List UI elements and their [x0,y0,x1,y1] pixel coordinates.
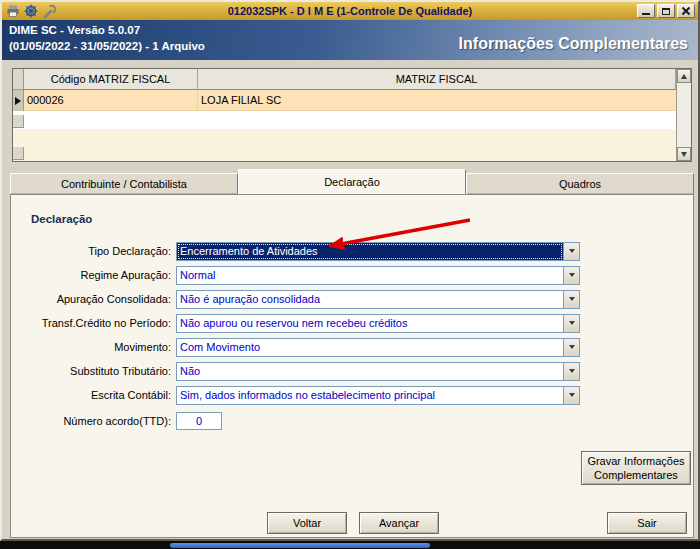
chevron-down-icon[interactable] [563,315,579,332]
select-value: Normal [177,267,563,284]
field-label: Transf.Crédito no Período: [23,317,171,329]
movimento-select[interactable]: Com Movimento [176,338,580,357]
ship-wheel-icon [24,4,38,18]
row-indicator-empty [13,115,24,128]
row-indicator-empty [13,147,24,160]
minimize-button[interactable] [637,4,655,18]
field-row-substituto-tributario: Substituto Tributário: Não [23,361,580,381]
window-title: 012032SPK - D I M E (1-Controle De Quali… [2,5,698,17]
grid-scrollbar[interactable] [676,69,691,161]
minimize-icon [642,13,650,15]
chevron-down-icon[interactable] [563,243,579,260]
cell-matriz: LOJA FILIAL SC [198,90,676,111]
printer-icon [6,4,20,18]
field-label: Substituto Tributário: [23,365,171,377]
tab-contribuinte-contabilista[interactable]: Contribuinte / Contabilista [10,173,238,194]
gravar-informacoes-button[interactable]: Gravar Informações Complementares [581,451,691,485]
chevron-down-icon[interactable] [563,339,579,356]
tab-bar: Contribuinte / Contabilista Declaração Q… [10,169,694,194]
field-label: Regime Apuração: [23,269,171,281]
close-icon [681,6,691,16]
chevron-down-icon[interactable] [563,267,579,284]
select-value: Sim, dados informados no estabelecimento… [177,387,563,404]
titlebar-icons [6,4,56,18]
select-value: Não apurou ou reservou nem recebeu crédi… [177,315,563,332]
taskbar-item[interactable] [170,543,430,548]
titlebar[interactable]: 012032SPK - D I M E (1-Controle De Quali… [2,2,698,20]
sair-button[interactable]: Sair [607,512,687,534]
field-row-transf-credito: Transf.Crédito no Período: Não apurou ou… [23,313,580,333]
close-button[interactable] [677,4,695,18]
table-row[interactable]: 000026 LOJA FILIAL SC [13,90,676,111]
row-indicator-header [13,69,24,90]
triangle-glyph [569,369,575,373]
field-row-escrita-contabil: Escrita Contábil: Sim, dados informados … [23,385,580,405]
field-row-movimento: Movimento: Com Movimento [23,337,580,357]
avancar-button[interactable]: Avançar [359,512,439,534]
tab-declaracao[interactable]: Declaração [238,169,466,194]
matriz-grid: Código MATRIZ FISCAL MATRIZ FISCAL 00002… [12,68,692,162]
apuracao-consolidada-select[interactable]: Não é apuração consolidada [176,290,580,309]
select-value: Não é apuração consolidada [177,291,563,308]
select-value: Com Movimento [177,339,563,356]
numero-acordo-input[interactable] [176,412,222,430]
field-row-regime-apuracao: Regime Apuração: Normal [23,265,580,285]
field-row-tipo-declaracao: Tipo Declaração: Encerramento de Ativida… [23,241,580,261]
col-header-codigo: Código MATRIZ FISCAL [24,69,198,90]
field-label: Apuração Consolidada: [23,293,171,305]
page-title: Informações Complementares [459,35,688,53]
scroll-down-button[interactable] [677,147,691,161]
chevron-down-icon[interactable] [563,387,579,404]
taskbar [0,541,700,549]
field-row-numero-acordo: Número acordo(TTD): [23,411,222,431]
wrench-icon [42,4,56,18]
field-label: Tipo Declaração: [23,245,171,257]
group-title: Declaração [31,213,92,225]
triangle-glyph [569,321,575,325]
field-label: Escrita Contábil: [23,389,171,401]
triangle-glyph [569,297,575,301]
chevron-down-icon[interactable] [563,291,579,308]
field-label: Movimento: [23,341,171,353]
select-value: Não [177,363,563,380]
period-text: (01/05/2022 - 31/05/2022) - 1 Arquivo [9,40,205,52]
select-value: Encerramento de Atividades [177,243,563,260]
cell-codigo: 000026 [24,90,198,111]
field-label: Número acordo(TTD): [23,415,171,427]
triangle-glyph [569,273,575,277]
grid-empty-area [13,129,676,161]
row-indicator [13,90,24,111]
scroll-up-button[interactable] [677,69,691,83]
triangle-glyph [569,249,575,253]
field-row-apuracao-consolidada: Apuração Consolidada: Não é apuração con… [23,289,580,309]
version-text: DIME SC - Versão 5.0.07 [9,24,140,36]
maximize-button[interactable] [657,4,675,18]
maximize-icon [662,8,670,15]
triangle-glyph [569,393,575,397]
tab-quadros[interactable]: Quadros [466,173,694,194]
header-banner: DIME SC - Versão 5.0.07 (01/05/2022 - 31… [2,20,698,60]
arrow-down-icon [681,152,687,157]
declaracao-panel: Declaração Tipo Declaração: Encerramento… [10,194,694,538]
voltar-button[interactable]: Voltar [267,512,347,534]
escrita-contabil-select[interactable]: Sim, dados informados no estabelecimento… [176,386,580,405]
chevron-down-icon[interactable] [563,363,579,380]
transf-credito-select[interactable]: Não apurou ou reservou nem recebeu crédi… [176,314,580,333]
window-controls [637,4,695,18]
triangle-glyph [569,345,575,349]
tipo-declaracao-select[interactable]: Encerramento de Atividades [176,242,580,261]
arrow-up-icon [681,74,687,79]
app-window: 012032SPK - D I M E (1-Controle De Quali… [0,0,700,541]
regime-apuracao-select[interactable]: Normal [176,266,580,285]
row-pointer-icon [15,97,21,105]
grid-header-row: Código MATRIZ FISCAL MATRIZ FISCAL [13,69,676,90]
col-header-matriz: MATRIZ FISCAL [198,69,676,90]
substituto-tributario-select[interactable]: Não [176,362,580,381]
